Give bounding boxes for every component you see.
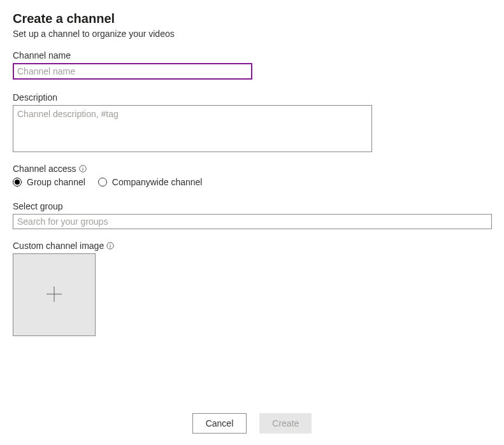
radio-circle-icon (98, 178, 107, 187)
custom-image-label: Custom channel image (13, 241, 104, 251)
channel-name-section: Channel name (13, 50, 491, 80)
svg-point-4 (110, 244, 111, 244)
channel-access-section: Channel access Group channel Companywide… (13, 164, 491, 187)
plus-icon (45, 285, 63, 305)
channel-name-input[interactable] (13, 63, 252, 80)
description-section: Description (13, 92, 491, 152)
create-button[interactable]: Create (259, 413, 312, 434)
button-row: Cancel Create (0, 413, 504, 434)
select-group-input[interactable] (13, 214, 492, 229)
radio-label: Companywide channel (112, 177, 203, 187)
select-group-section: Select group (13, 201, 491, 229)
channel-access-label: Channel access (13, 164, 76, 174)
radio-circle-icon (13, 178, 22, 187)
channel-access-radio-group: Group channel Companywide channel (13, 177, 491, 187)
radio-label: Group channel (27, 177, 85, 187)
description-label: Description (13, 92, 491, 102)
custom-image-section: Custom channel image (13, 241, 491, 336)
info-icon[interactable] (79, 165, 87, 173)
info-icon[interactable] (106, 242, 114, 250)
select-group-label: Select group (13, 201, 491, 211)
radio-group-channel[interactable]: Group channel (13, 177, 85, 187)
page-title: Create a channel (13, 11, 491, 26)
svg-point-1 (82, 167, 83, 167)
custom-image-upload[interactable] (13, 253, 96, 336)
channel-name-label: Channel name (13, 50, 491, 60)
description-textarea[interactable] (13, 105, 372, 152)
cancel-button[interactable]: Cancel (192, 413, 247, 434)
radio-companywide-channel[interactable]: Companywide channel (98, 177, 203, 187)
page-subtitle: Set up a channel to organize your videos (13, 29, 491, 39)
